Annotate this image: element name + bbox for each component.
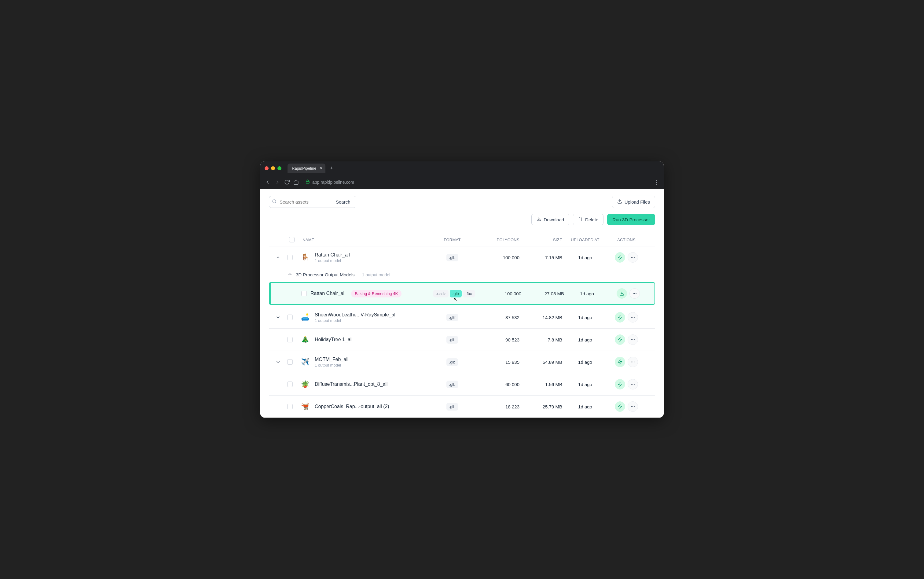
size-value: 14.82 MB (519, 315, 562, 320)
browser-menu-button[interactable]: ⋮ (653, 178, 660, 186)
expand-toggle[interactable] (269, 314, 287, 320)
process-row-button[interactable] (615, 379, 625, 389)
close-tab-icon[interactable]: × (320, 166, 322, 170)
table-row[interactable]: 🪴 DiffuseTransmis...Plant_opt_8_all .glb… (269, 373, 655, 395)
uploaded-value: 1d ago (562, 404, 608, 409)
more-actions-button[interactable] (628, 401, 638, 412)
more-actions-button[interactable] (628, 312, 638, 322)
asset-thumbnail: 🛋️ (299, 312, 310, 323)
chevron-up-icon[interactable] (287, 272, 293, 278)
format-badge: .glb (446, 358, 458, 366)
more-actions-button[interactable] (629, 288, 640, 299)
delete-button[interactable]: Delete (573, 214, 604, 225)
table-row[interactable]: 🪑 Rattan Chair_all 1 output model .glb 1… (269, 246, 655, 268)
forward-button[interactable] (274, 179, 281, 185)
process-row-button[interactable] (615, 357, 625, 367)
asset-thumbnail: ✈️ (299, 357, 310, 368)
new-tab-button[interactable]: + (330, 165, 333, 172)
asset-subtitle: 1 output model (315, 363, 348, 368)
reload-button[interactable] (284, 180, 290, 185)
asset-name: CopperCoals_Rap...-output_all (2) (315, 404, 389, 409)
browser-tab[interactable]: RapidPipeline × (287, 164, 325, 173)
svg-point-7 (634, 257, 635, 258)
asset-thumbnail: 🪴 (299, 379, 310, 390)
polygons-value: 60 000 (477, 382, 519, 387)
row-checkbox[interactable] (287, 255, 293, 260)
preset-badge: Baking & Remeshing 4K (351, 290, 402, 298)
search-button[interactable]: Search (330, 196, 356, 208)
more-actions-button[interactable] (628, 357, 638, 367)
process-row-button[interactable] (615, 312, 625, 322)
uploaded-value: 1d ago (562, 337, 608, 342)
more-actions-button[interactable] (628, 334, 638, 345)
titlebar: RapidPipeline × + (260, 162, 664, 175)
lock-icon (305, 180, 310, 185)
table-row-output[interactable]: Rattan Chair_all Baking & Remeshing 4K .… (269, 282, 655, 305)
back-button[interactable] (264, 179, 271, 185)
svg-point-30 (632, 406, 633, 407)
col-name: NAME (299, 237, 428, 242)
asset-thumbnail: 🎄 (299, 334, 310, 345)
asset-name: MOTM_Feb_all (315, 357, 348, 362)
svg-point-25 (631, 384, 632, 385)
maximize-window-button[interactable] (278, 166, 281, 170)
upload-files-button[interactable]: Upload Files (612, 196, 655, 208)
select-all-checkbox[interactable] (289, 237, 295, 242)
assets-table: NAME FORMAT POLYGONS SIZE UPLOADED AT AC… (269, 233, 655, 417)
svg-point-9 (633, 293, 634, 294)
more-actions-button[interactable] (628, 252, 638, 263)
polygons-value: 18 223 (477, 404, 519, 409)
process-row-button[interactable] (615, 334, 625, 345)
url-text: app.rapidpipeline.com (312, 180, 354, 185)
col-format: FORMAT (428, 237, 477, 242)
close-window-button[interactable] (264, 166, 269, 170)
asset-name: Rattan Chair_all (315, 252, 350, 258)
more-actions-button[interactable] (628, 379, 638, 389)
cursor-icon: ↖ (454, 296, 457, 302)
uploaded-value: 1d ago (562, 315, 608, 320)
row-checkbox[interactable] (287, 337, 293, 342)
col-actions: ACTIONS (608, 237, 645, 242)
table-row[interactable]: ✈️ MOTM_Feb_all 1 output model .glb 15 9… (269, 351, 655, 373)
svg-marker-28 (618, 404, 622, 409)
row-checkbox[interactable] (287, 381, 293, 387)
row-checkbox[interactable] (287, 404, 293, 409)
asset-name: DiffuseTransmis...Plant_opt_8_all (315, 381, 387, 387)
process-row-button[interactable] (615, 401, 625, 412)
expand-toggle[interactable] (269, 255, 287, 260)
format-badge[interactable]: .usdz (433, 290, 448, 298)
search-input[interactable] (269, 196, 330, 208)
format-badge: .glb (446, 403, 458, 411)
address-bar[interactable]: app.rapidpipeline.com (305, 180, 354, 185)
table-row[interactable]: 🎄 HolidayTree 1_all .glb 90 523 7.8 MB 1… (269, 328, 655, 351)
uploaded-value: 1d ago (564, 291, 610, 296)
row-checkbox[interactable] (287, 314, 293, 320)
row-checkbox[interactable] (301, 291, 307, 296)
polygons-value: 100 000 (478, 291, 521, 296)
output-section-count: 1 output model (362, 272, 390, 277)
run-processor-button[interactable]: Run 3D Processor (607, 214, 655, 225)
svg-point-27 (634, 384, 635, 385)
asset-name: HolidayTree 1_all (315, 337, 353, 342)
table-row[interactable]: 🫕 CopperCoals_Rap...-output_all (2) .glb… (269, 395, 655, 417)
download-button[interactable]: Download (531, 214, 569, 225)
expand-toggle[interactable] (269, 359, 287, 365)
format-badge[interactable]: .fbx (463, 290, 475, 298)
download-row-button[interactable] (617, 288, 627, 299)
format-badge: .glb (446, 336, 458, 343)
table-row[interactable]: 🛋️ SheenWoodLeathe...V-RaySimple_all 1 o… (269, 306, 655, 328)
size-value: 7.8 MB (519, 337, 562, 342)
process-row-button[interactable] (615, 252, 625, 263)
svg-point-14 (632, 317, 633, 318)
minimize-window-button[interactable] (271, 166, 275, 170)
row-checkbox[interactable] (287, 359, 293, 365)
svg-point-29 (631, 406, 632, 407)
bulk-actions: Download Delete Run 3D Processor (269, 214, 655, 225)
svg-point-21 (631, 361, 632, 363)
svg-point-23 (634, 361, 635, 363)
svg-marker-24 (618, 382, 622, 386)
table-header: NAME FORMAT POLYGONS SIZE UPLOADED AT AC… (269, 233, 655, 246)
home-button[interactable] (293, 180, 299, 185)
asset-name: SheenWoodLeathe...V-RaySimple_all (315, 312, 396, 317)
page-content: Search Upload Files Download (260, 189, 664, 417)
